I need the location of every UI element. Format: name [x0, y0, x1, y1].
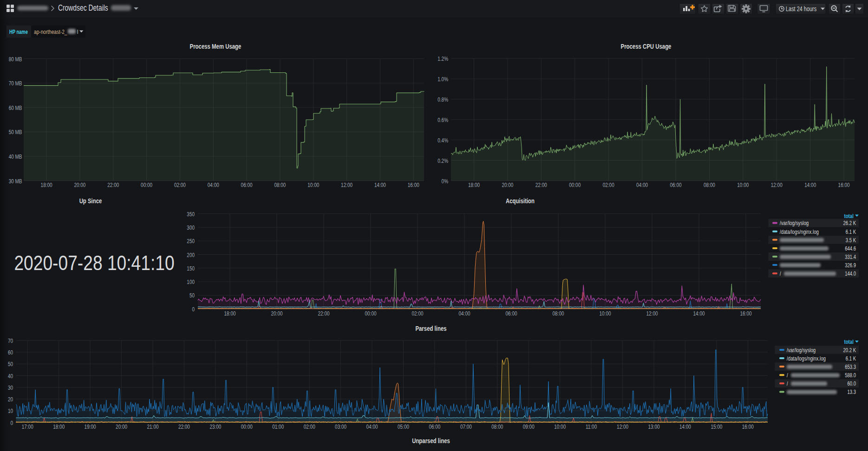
- svg-text:6.1 K: 6.1 K: [846, 355, 856, 361]
- svg-text:1.0%: 1.0%: [437, 75, 448, 83]
- svg-text:10: 10: [8, 407, 13, 415]
- svg-text:80 MB: 80 MB: [9, 55, 22, 63]
- svg-text:16:00: 16:00: [838, 181, 850, 188]
- svg-text:26.2 K: 26.2 K: [843, 220, 856, 226]
- svg-text:13:00: 13:00: [648, 423, 660, 430]
- svg-text:1.2%: 1.2%: [437, 55, 448, 62]
- svg-text:10:00: 10:00: [307, 181, 319, 188]
- svg-text:0: 0: [10, 419, 13, 426]
- svg-text:06:00: 06:00: [506, 309, 517, 317]
- svg-text:0.8%: 0.8%: [437, 96, 448, 103]
- svg-text:00:00: 00:00: [241, 423, 253, 430]
- svg-text:23:00: 23:00: [209, 423, 221, 430]
- svg-text:12:00: 12:00: [341, 181, 352, 188]
- svg-text:0: 0: [192, 305, 195, 313]
- svg-text:653.3: 653.3: [845, 363, 856, 370]
- svg-text:30 MB: 30 MB: [9, 177, 22, 185]
- svg-text:18:00: 18:00: [224, 309, 236, 317]
- svg-text:16:00: 16:00: [740, 309, 752, 317]
- svg-text:20:00: 20:00: [74, 181, 85, 188]
- svg-text:08:00: 08:00: [553, 309, 564, 317]
- svg-text:14:00: 14:00: [804, 181, 816, 188]
- svg-text:11:00: 11:00: [586, 423, 597, 430]
- svg-text:ap-northeast-2_: ap-northeast-2_: [34, 28, 67, 35]
- svg-text:04:00: 04:00: [208, 181, 219, 188]
- svg-text:01:00: 01:00: [272, 423, 284, 430]
- svg-text:Acquisition: Acquisition: [506, 197, 535, 205]
- svg-text:6.1 K: 6.1 K: [846, 228, 856, 235]
- svg-text:06:00: 06:00: [429, 423, 440, 430]
- svg-text:350: 350: [187, 210, 195, 218]
- svg-text:200: 200: [187, 251, 195, 258]
- svg-text:04:00: 04:00: [636, 181, 648, 188]
- svg-text:09:00: 09:00: [523, 423, 535, 430]
- svg-text:331.4: 331.4: [845, 253, 856, 260]
- svg-text:20:00: 20:00: [116, 423, 127, 430]
- svg-text:Unparsed lines: Unparsed lines: [412, 437, 450, 445]
- svg-text:0.4%: 0.4%: [437, 136, 448, 144]
- svg-text:20: 20: [8, 396, 13, 403]
- svg-text:300: 300: [187, 224, 195, 231]
- svg-text:12:00: 12:00: [771, 181, 783, 188]
- svg-text:Crowdsec Details: Crowdsec Details: [58, 3, 108, 12]
- svg-text:08:00: 08:00: [704, 181, 715, 188]
- svg-text:50: 50: [8, 361, 13, 368]
- svg-text:08:00: 08:00: [274, 181, 286, 188]
- svg-text:14:00: 14:00: [374, 181, 386, 188]
- svg-text:02:00: 02:00: [304, 423, 315, 430]
- svg-text:/data/logs/nginx.log: /data/logs/nginx.log: [787, 355, 826, 361]
- svg-text:0%: 0%: [442, 177, 449, 185]
- svg-text:02:00: 02:00: [412, 309, 424, 317]
- svg-text:40 MB: 40 MB: [9, 153, 22, 160]
- svg-text:16:00: 16:00: [742, 423, 754, 430]
- svg-text:60 MB: 60 MB: [9, 104, 22, 111]
- svg-text:04:00: 04:00: [366, 423, 378, 430]
- svg-text:Process Mem Usage: Process Mem Usage: [190, 42, 241, 50]
- svg-text:00:00: 00:00: [569, 181, 581, 188]
- svg-text:10:00: 10:00: [554, 423, 566, 430]
- svg-text:Parsed lines: Parsed lines: [415, 324, 446, 332]
- svg-text:12:00: 12:00: [617, 423, 628, 430]
- svg-text:07:00: 07:00: [460, 423, 472, 430]
- svg-text:06:00: 06:00: [670, 181, 682, 188]
- svg-text:21:00: 21:00: [147, 423, 159, 430]
- svg-text:Up Since: Up Since: [79, 197, 102, 205]
- svg-text:60: 60: [8, 349, 13, 356]
- svg-text:18:00: 18:00: [468, 181, 480, 188]
- svg-text:588.0: 588.0: [845, 372, 856, 379]
- svg-text:2020-07-28 10:41:10: 2020-07-28 10:41:10: [14, 251, 174, 275]
- svg-text:70: 70: [8, 337, 13, 344]
- svg-text:00:00: 00:00: [141, 181, 152, 188]
- svg-text:04:00: 04:00: [459, 309, 470, 317]
- svg-text:12:00: 12:00: [646, 309, 658, 317]
- svg-text:20:00: 20:00: [271, 309, 283, 317]
- svg-text:40: 40: [8, 372, 13, 380]
- svg-text:02:00: 02:00: [174, 181, 186, 188]
- svg-text:50 MB: 50 MB: [9, 129, 22, 136]
- svg-text:total: total: [844, 213, 854, 219]
- svg-text:14:00: 14:00: [693, 309, 705, 317]
- svg-text:03:00: 03:00: [335, 423, 346, 430]
- svg-text:3.5 K: 3.5 K: [846, 237, 856, 243]
- svg-text:16:00: 16:00: [408, 181, 419, 188]
- svg-text:22:00: 22:00: [178, 423, 190, 430]
- svg-text:19:00: 19:00: [85, 423, 96, 430]
- svg-text:02:00: 02:00: [603, 181, 614, 188]
- svg-text:50: 50: [189, 292, 195, 299]
- svg-text:30: 30: [8, 384, 13, 391]
- svg-text:HP name: HP name: [9, 28, 28, 35]
- svg-text:Last 24 hours: Last 24 hours: [786, 5, 816, 13]
- svg-text:10:00: 10:00: [737, 181, 749, 188]
- svg-text:0.6%: 0.6%: [437, 116, 448, 123]
- svg-text:17:00: 17:00: [22, 423, 33, 430]
- svg-text:144.0: 144.0: [845, 271, 856, 277]
- svg-text:14:00: 14:00: [679, 423, 691, 430]
- svg-text:326.9: 326.9: [845, 262, 856, 268]
- svg-text:20:00: 20:00: [502, 181, 513, 188]
- svg-text:22:00: 22:00: [318, 309, 330, 317]
- svg-text:20.2 K: 20.2 K: [843, 347, 856, 353]
- svg-text:250: 250: [187, 238, 195, 245]
- svg-text:22:00: 22:00: [535, 181, 547, 188]
- svg-text:0.2%: 0.2%: [437, 157, 448, 164]
- svg-text:l: l: [77, 28, 78, 35]
